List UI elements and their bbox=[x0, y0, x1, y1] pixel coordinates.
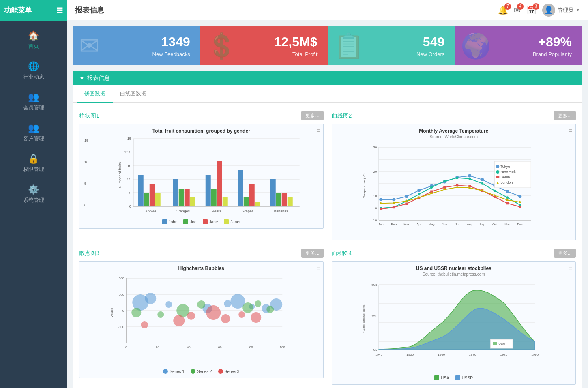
sidebar-label-industry: 行业动态 bbox=[23, 73, 44, 81]
admin-user-wrap[interactable]: 👤 管理员 ▼ bbox=[542, 4, 580, 17]
sidebar-icon-system: ⚙️ bbox=[28, 184, 39, 195]
area-legend: USA USSR bbox=[336, 375, 572, 380]
svg-rect-14 bbox=[138, 175, 144, 206]
svg-text:1990: 1990 bbox=[531, 353, 539, 356]
legend-janet-dot bbox=[224, 219, 229, 224]
svg-text:40: 40 bbox=[187, 345, 191, 349]
section-title: 报表信息 bbox=[87, 75, 110, 82]
page-title: 报表信息 bbox=[75, 5, 104, 15]
chart2-menu-icon[interactable]: ≡ bbox=[569, 127, 572, 134]
notification-icon-wrap[interactable]: 🔔 7 bbox=[498, 5, 508, 15]
svg-text:200: 200 bbox=[119, 277, 124, 280]
svg-text:Bananas: Bananas bbox=[274, 209, 288, 213]
svg-marker-103 bbox=[393, 201, 395, 204]
svg-text:0: 0 bbox=[122, 309, 124, 313]
svg-text:Dec: Dec bbox=[517, 223, 523, 226]
svg-point-77 bbox=[518, 195, 521, 198]
summary-card-3: 🌍 +89% Brand Popularity bbox=[455, 26, 582, 65]
line-svg: 30 20 10 0 -10 Jan Feb Mar Apr May Jun bbox=[336, 141, 572, 234]
svg-point-151 bbox=[131, 308, 141, 317]
chart-section-area4: 面积图4 更多... ≡ US and USSR nuclear stockpi… bbox=[332, 249, 576, 385]
chart4-box: ≡ US and USSR nuclear stockpiles Source:… bbox=[332, 261, 576, 385]
svg-point-161 bbox=[206, 305, 221, 320]
svg-rect-91 bbox=[393, 206, 395, 208]
chart4-chart-title: US and USSR nuclear stockpiles bbox=[336, 266, 572, 271]
svg-point-144 bbox=[165, 301, 172, 308]
svg-text:0: 0 bbox=[125, 345, 127, 349]
svg-text:Sep: Sep bbox=[479, 223, 485, 226]
svg-text:Nov: Nov bbox=[504, 223, 510, 226]
sidebar-item-system[interactable]: ⚙️系统管理 bbox=[0, 179, 67, 210]
sidebar-icon-customer: 👥 bbox=[28, 123, 39, 133]
svg-point-155 bbox=[242, 302, 253, 313]
sidebar-item-member[interactable]: 👥会员管理 bbox=[0, 86, 67, 117]
svg-text:Aug: Aug bbox=[467, 223, 472, 226]
sidebar-item-permission[interactable]: 🔒权限管理 bbox=[0, 148, 67, 179]
chart1-more-button[interactable]: 更多... bbox=[301, 111, 323, 120]
charts-area: 柱状图1 更多... ≡ Total fruit consumtion, gro… bbox=[73, 103, 582, 388]
chart3-more-button[interactable]: 更多... bbox=[301, 249, 323, 258]
sidebar-icon-industry: 🌐 bbox=[28, 61, 39, 72]
sidebar-nav: 🏠首页🌐行业动态👥会员管理👥客户管理🔒权限管理⚙️系统管理 bbox=[0, 21, 67, 388]
tab-pie[interactable]: 饼图数据 bbox=[77, 85, 113, 103]
svg-text:Jan: Jan bbox=[378, 223, 383, 226]
chart-section-bar1: 柱状图1 更多... ≡ Total fruit consumtion, gro… bbox=[79, 111, 324, 240]
sidebar-item-customer[interactable]: 👥客户管理 bbox=[0, 117, 67, 148]
svg-text:Jun: Jun bbox=[442, 223, 447, 226]
legend-john: John bbox=[162, 219, 178, 224]
chart1-menu-icon[interactable]: ≡ bbox=[316, 127, 320, 134]
chart1-title: 柱状图1 bbox=[79, 112, 99, 120]
legend-ussr-dot bbox=[455, 375, 460, 380]
sidebar-label-member: 会员管理 bbox=[23, 104, 44, 111]
charts-grid: 柱状图1 更多... ≡ Total fruit consumtion, gro… bbox=[79, 107, 576, 388]
svg-point-143 bbox=[145, 293, 156, 304]
svg-text:80: 80 bbox=[249, 345, 253, 349]
svg-rect-34 bbox=[270, 179, 276, 206]
chart3-menu-icon[interactable]: ≡ bbox=[316, 265, 320, 271]
svg-text:25k: 25k bbox=[371, 315, 377, 318]
svg-text:1950: 1950 bbox=[406, 353, 414, 356]
svg-point-68 bbox=[405, 195, 408, 198]
legend-series2: Series 2 bbox=[191, 369, 212, 374]
svg-rect-182 bbox=[493, 342, 497, 345]
svg-rect-31 bbox=[249, 184, 255, 206]
svg-point-164 bbox=[251, 312, 261, 323]
chart-section-scatter3: 散点图3 更多... ≡ Highcharts Bubbles bbox=[79, 249, 324, 385]
sidebar-item-home[interactable]: 🏠首页 bbox=[0, 25, 67, 56]
area-svg: 50k 25k 0k 1940 1950 1960 1970 1980 1990… bbox=[336, 279, 572, 372]
svg-text:Pears: Pears bbox=[212, 209, 221, 213]
summary-cards: ✉ 1349 New Feedbacks 💲 12,5M$ Total Prof… bbox=[73, 26, 582, 65]
chart4-more-button[interactable]: 更多... bbox=[554, 249, 576, 258]
svg-text:USA: USA bbox=[498, 342, 505, 345]
legend-ussr: USSR bbox=[455, 375, 473, 380]
sidebar-label-permission: 权限管理 bbox=[23, 166, 44, 173]
chart2-more-button[interactable]: 更多... bbox=[554, 111, 576, 120]
chart2-chart-title: Monthly Average Temperature bbox=[336, 128, 572, 134]
svg-rect-21 bbox=[185, 189, 190, 206]
card-label-0: New Feedbacks bbox=[83, 51, 190, 57]
svg-text:20: 20 bbox=[156, 345, 159, 349]
svg-rect-16 bbox=[150, 184, 155, 206]
svg-point-159 bbox=[173, 315, 185, 326]
sidebar-item-industry[interactable]: 🌐行业动态 bbox=[0, 56, 67, 86]
svg-point-146 bbox=[224, 300, 231, 307]
calendar-icon-wrap[interactable]: 📅 3 bbox=[526, 5, 536, 15]
svg-text:100: 100 bbox=[119, 293, 124, 296]
svg-point-76 bbox=[506, 190, 509, 193]
svg-point-157 bbox=[266, 306, 274, 313]
hamburger-icon[interactable]: ☰ bbox=[56, 6, 63, 15]
svg-point-74 bbox=[481, 178, 484, 181]
svg-rect-36 bbox=[282, 193, 287, 206]
summary-card-1: 💲 12,5M$ Total Profit bbox=[200, 26, 328, 65]
svg-text:Number of fruits: Number of fruits bbox=[118, 162, 122, 188]
tab-curve[interactable]: 曲线图数据 bbox=[113, 85, 154, 103]
svg-text:-100: -100 bbox=[118, 325, 124, 329]
message-icon-wrap[interactable]: ✉ 4 bbox=[514, 5, 521, 15]
svg-point-160 bbox=[187, 312, 195, 320]
chart2-header: 曲线图2 更多... bbox=[332, 111, 576, 120]
card-label-2: New Orders bbox=[338, 51, 445, 57]
svg-text:-10: -10 bbox=[372, 219, 377, 222]
chart4-menu-icon[interactable]: ≡ bbox=[569, 265, 572, 271]
svg-point-163 bbox=[238, 311, 245, 318]
svg-text:Oranges: Oranges bbox=[176, 209, 190, 213]
